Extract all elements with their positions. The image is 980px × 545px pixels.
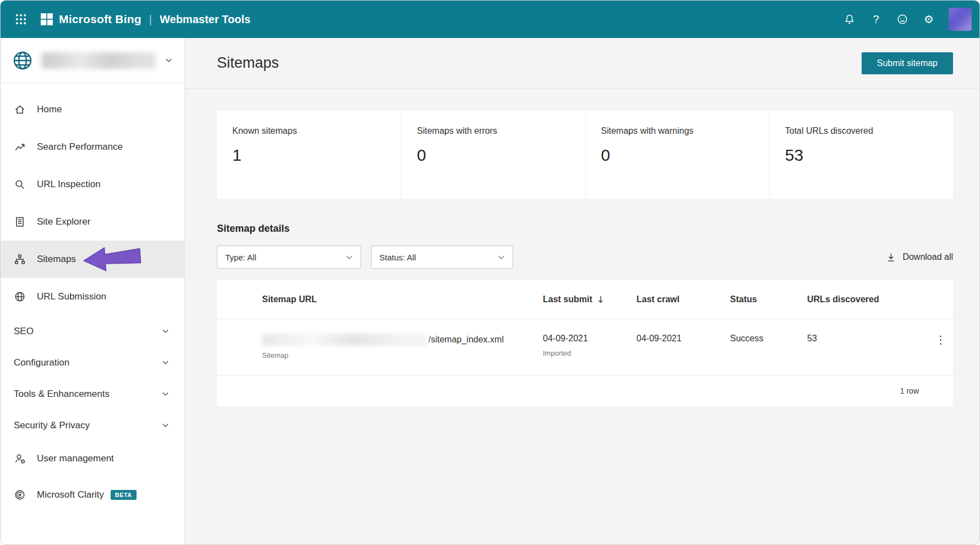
brand-separator: | (149, 13, 152, 26)
document-icon (14, 216, 26, 228)
row-actions-kebab-icon[interactable]: ⋮ (928, 334, 953, 359)
sitemap-url-suffix: /sitemap_index.xml (428, 335, 504, 345)
chevron-down-icon (164, 56, 173, 65)
product-name: Webmaster Tools (160, 13, 251, 26)
table-footer: 1 row (217, 375, 953, 406)
row-count: 1 row (900, 386, 919, 395)
settings-gear-icon[interactable]: ⚙ (918, 8, 940, 30)
sidebar-item-label: User management (37, 453, 114, 464)
status-filter-value: Status: All (379, 253, 416, 262)
col-header-last-crawl[interactable]: Last crawl (636, 295, 730, 304)
chevron-down-icon (161, 358, 170, 367)
status-cell: Success (730, 334, 807, 359)
type-filter-value: Type: All (225, 253, 257, 262)
download-all-button[interactable]: Download all (886, 252, 953, 263)
brand-name[interactable]: Microsoft Bing (59, 13, 141, 26)
sidebar-item-label: URL Submission (37, 291, 106, 302)
content-area: Known sitemaps 1 Sitemaps with errors 0 … (185, 89, 979, 406)
sidebar-group-seo[interactable]: SEO (1, 315, 184, 347)
col-header-status[interactable]: Status (730, 295, 807, 304)
stat-known-sitemaps: Known sitemaps 1 (217, 111, 401, 199)
clarity-icon (14, 489, 26, 501)
page-title: Sitemaps (217, 54, 279, 72)
sidebar-item-search-performance[interactable]: Search Performance (1, 128, 184, 166)
avatar[interactable] (949, 8, 972, 31)
submit-sitemap-button[interactable]: Submit sitemap (862, 52, 953, 74)
sidebar-item-label: Sitemaps (37, 254, 76, 265)
status-filter-dropdown[interactable]: Status: All (371, 246, 513, 269)
sidebar-nav: Home Search Performance URL Inspection (1, 83, 184, 514)
trend-icon (14, 141, 26, 153)
home-icon (14, 103, 26, 116)
chevron-down-icon (161, 326, 170, 336)
stat-label: Total URLs discovered (785, 126, 938, 136)
last-submit-date: 04-09-2021 (543, 334, 636, 344)
bell-icon[interactable] (839, 8, 861, 30)
sitemap-url-redacted (262, 334, 427, 346)
beta-badge: BETA (111, 490, 137, 500)
col-header-sitemap-url[interactable]: Sitemap URL (217, 295, 543, 304)
chevron-down-icon (345, 253, 354, 262)
sidebar-item-label: URL Inspection (37, 179, 101, 190)
sidebar-item-url-inspection[interactable]: URL Inspection (1, 166, 184, 203)
sidebar-item-label: Home (37, 104, 62, 115)
sidebar-item-label: Microsoft Clarity (37, 489, 104, 500)
sidebar-group-label: Tools & Enhancements (14, 389, 110, 400)
stat-value: 0 (417, 146, 569, 165)
filters-row: Type: All Status: All Download all (217, 246, 953, 269)
main-content: Sitemaps Submit sitemap Known sitemaps 1… (185, 38, 979, 544)
stat-value: 1 (232, 146, 385, 165)
sidebar-item-home[interactable]: Home (1, 91, 184, 128)
sitemaps-table: Sitemap URL Last submit Last crawl Statu… (217, 280, 953, 406)
sidebar-item-microsoft-clarity[interactable]: Microsoft Clarity BETA (1, 476, 184, 514)
table-row[interactable]: /sitemap_index.xml Sitemap 04-09-2021 Im… (217, 319, 953, 375)
sidebar-group-label: Security & Privacy (14, 420, 90, 431)
col-header-urls-discovered[interactable]: URLs discovered (807, 295, 928, 304)
sidebar: Home Search Performance URL Inspection (1, 38, 185, 544)
sitemap-url-cell[interactable]: /sitemap_index.xml Sitemap (217, 334, 543, 359)
sidebar-group-security-privacy[interactable]: Security & Privacy (1, 410, 184, 441)
last-submit-cell: 04-09-2021 Imported (543, 334, 636, 359)
sidebar-group-configuration[interactable]: Configuration (1, 347, 184, 378)
chevron-down-icon (161, 421, 170, 430)
person-icon (14, 453, 26, 465)
stats-cards: Known sitemaps 1 Sitemaps with errors 0 … (217, 111, 953, 199)
main-header: Sitemaps Submit sitemap (185, 38, 979, 89)
urls-discovered-cell: 53 (807, 334, 928, 359)
stat-total-urls-discovered: Total URLs discovered 53 (769, 111, 953, 199)
stat-label: Sitemaps with errors (417, 126, 569, 136)
sidebar-item-label: Search Performance (37, 141, 123, 152)
feedback-smiley-icon[interactable] (891, 8, 913, 30)
topbar-actions: ? ⚙ (839, 8, 972, 31)
site-name-redacted (41, 52, 155, 69)
waffle-menu-icon[interactable] (9, 8, 32, 31)
stat-sitemaps-with-warnings: Sitemaps with warnings 0 (585, 111, 769, 199)
download-icon (886, 252, 896, 263)
stat-value: 0 (601, 146, 754, 165)
avatar-blur (949, 8, 972, 31)
last-crawl-cell: 04-09-2021 (636, 334, 730, 359)
site-selector[interactable] (1, 38, 184, 83)
sidebar-group-label: SEO (14, 326, 34, 337)
sidebar-group-tools-enhancements[interactable]: Tools & Enhancements (1, 378, 184, 410)
globe-icon (12, 50, 34, 72)
sidebar-item-sitemaps[interactable]: Sitemaps (1, 241, 184, 278)
stat-sitemaps-with-errors: Sitemaps with errors 0 (401, 111, 585, 199)
last-submit-note: Imported (543, 349, 636, 357)
col-header-last-submit[interactable]: Last submit (543, 295, 636, 304)
microsoft-logo (40, 13, 53, 26)
sidebar-item-label: Site Explorer (37, 216, 90, 227)
chevron-down-icon (497, 253, 506, 262)
download-all-label: Download all (902, 252, 953, 262)
sidebar-item-url-submission[interactable]: URL Submission (1, 278, 184, 315)
sitemap-icon (14, 253, 26, 265)
stat-label: Known sitemaps (232, 126, 385, 136)
table-header-row: Sitemap URL Last submit Last crawl Statu… (217, 280, 953, 319)
sidebar-item-user-management[interactable]: User management (1, 441, 184, 476)
type-filter-dropdown[interactable]: Type: All (217, 246, 361, 269)
sitemap-type-label: Sitemap (262, 351, 543, 359)
sitemap-details-heading: Sitemap details (217, 223, 953, 235)
sidebar-item-site-explorer[interactable]: Site Explorer (1, 203, 184, 241)
sidebar-group-label: Configuration (14, 357, 69, 368)
help-icon[interactable]: ? (865, 8, 887, 30)
